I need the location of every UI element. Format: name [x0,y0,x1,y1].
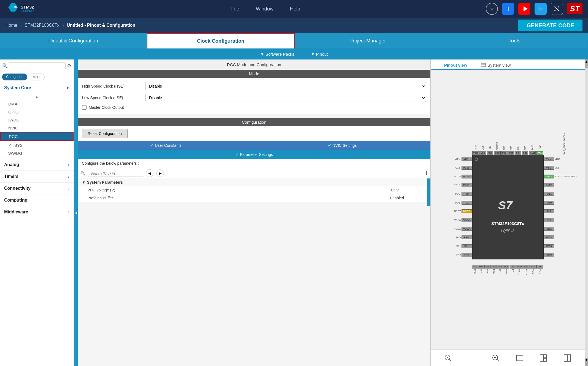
breadcrumb-project[interactable]: Untitled - Pinout & Configuration [67,23,135,28]
sidebar: 🔍 ⚙ Categories A->Z System Core ▼ ▲ DMA … [0,59,74,366]
logo-cube-text: CubeMX [21,9,35,13]
sidebar-item-gpio[interactable]: GPIO [0,108,74,116]
sidebar-item-dma[interactable]: DMA [0,100,74,108]
prefetch-value: Enabled [390,196,423,200]
sidebar-group-analog-header[interactable]: Analog › [0,159,74,170]
sub-tabs: ▼ Software Packs ▼ Pinout [0,48,588,59]
sidebar-item-iwdg[interactable]: IWDG [0,116,74,124]
lse-select[interactable]: Disable [145,94,426,102]
breadcrumb-home[interactable]: Home [6,23,17,28]
param-prev-button[interactable]: ◀ [146,169,153,177]
nvic-settings-tab[interactable]: ✔ NVIC Settings [254,141,430,150]
facebook-icon[interactable]: f [502,3,514,15]
svg-text:S7: S7 [498,199,513,212]
sidebar-tab-az[interactable]: A->Z [29,74,45,80]
params-scrollbar[interactable] [427,178,430,202]
sidebar-search-bar: 🔍 ⚙ [0,59,74,72]
svg-line-11 [557,9,559,11]
svg-line-9 [557,7,559,9]
tab-tools[interactable]: Tools [441,33,588,48]
nav-icons: 10 f 🐦 ST [486,3,582,15]
window-menu[interactable]: Window [256,6,273,12]
help-menu[interactable]: Help [290,6,300,12]
hse-label: High Speed Clock (HSE) [82,84,143,88]
breadcrumb-device[interactable]: STM32F103C8Tx [25,23,59,28]
sidebar-group-connectivity-header[interactable]: Connectivity › [0,183,74,194]
system-view-tab[interactable]: System view [477,61,515,70]
twitter-icon[interactable]: 🐦 [535,3,547,15]
youtube-icon[interactable] [518,3,530,15]
right-scrollbar[interactable]: ▲ ▼ [585,59,588,366]
reset-config-button[interactable]: Reset Configuration [82,129,128,138]
pin-pb1-b: PB1 PB1 [510,265,516,274]
pin-nrst: NRST NRST [454,209,472,213]
sidebar-group-timers-header[interactable]: Timers › [0,171,74,182]
vdd-row: VDD voltage (V) 3.3 V [78,186,427,194]
app-logo: STM STM32 CubeMX [6,2,35,16]
chevron-right-icon: › [68,162,69,167]
param-next-button[interactable]: ▶ [156,169,164,177]
zoom-out-icon [492,354,500,362]
generate-code-button[interactable]: GENERATE CODE [518,20,582,31]
pin-pb12: PB12 [544,253,555,257]
sidebar-group-computing-header[interactable]: Computing › [0,194,74,206]
sidebar-item-nvic[interactable]: NVIC [0,124,74,132]
master-clock-checkbox[interactable] [82,105,87,110]
breadcrumb-arrow-2: › [62,22,64,29]
svg-line-10 [555,9,557,11]
sidebar-group-system-core-header[interactable]: System Core ▼ [0,82,74,94]
subtab-software-packs[interactable]: ▼ Software Packs [260,52,294,56]
chevron-right-icon-5: › [68,210,69,214]
chip-logo-area: S7 [497,198,519,213]
sidebar-tab-categories[interactable]: Categories [2,74,27,80]
parameter-settings-tab[interactable]: ✔ Parameter Settings [78,150,430,159]
main-tabs: Pinout & Configuration Clock Configurati… [0,33,588,48]
sidebar-group-computing: Computing › [0,194,74,206]
zoom-fit-button[interactable] [466,353,478,364]
layout-button[interactable] [538,353,549,364]
pin-pa9: PA9 [544,209,555,213]
pin-vdd-r1: VDD VDD [544,157,560,161]
pin-pc13: PC13- PC13- [454,166,472,170]
layout-icon [540,354,547,362]
tab-clock[interactable]: Clock Configuration [147,33,295,48]
pin-pa0: PA0- PA0- [455,235,472,239]
file-menu[interactable]: File [231,6,239,12]
svg-rect-16 [481,63,485,67]
sidebar-group-middleware: Middleware › [0,206,74,218]
master-clock-row: Master Clock Output [82,105,426,110]
export-button[interactable] [514,353,525,364]
sidebar-item-wwdg[interactable]: WWDG [0,149,74,157]
param-info-button[interactable]: ℹ [426,170,428,176]
zoom-in-icon [444,354,452,362]
search-icon: 🔍 [2,63,8,68]
pin-pb14: PB14 [544,235,555,239]
tab-project[interactable]: Project Manager [295,33,441,48]
zoom-out-button[interactable] [490,353,501,364]
subtab-pinout[interactable]: ▼ Pinout [311,52,328,56]
tab-pinout[interactable]: Pinout & Configuration [0,33,147,48]
pin-vdd-b: VDD VDD [536,265,543,274]
bottom-toolbar [431,349,585,366]
pin-pa15-t: PA15 PA15 [529,145,536,154]
sidebar-item-rcc[interactable]: RCC [0,132,74,141]
settings-icon[interactable]: ⚙ [67,63,71,69]
zoom-in-button[interactable] [443,353,454,364]
chip-package: LQFP48 [473,229,543,233]
breadcrumb-arrow-1: › [20,22,22,29]
panel-divider[interactable]: ◀ [74,59,78,366]
search-input[interactable] [9,62,66,69]
pin-pb15: PB15 [544,227,555,231]
pin-pb8-t: PB8 PB8 [487,146,493,154]
param-search-input[interactable] [88,170,143,177]
user-constants-tab[interactable]: ✔ User Constants [78,141,254,150]
sidebar-item-sys[interactable]: SYS [0,141,74,149]
sidebar-system-core-items: DMA GPIO IWDG NVIC RCC SYS WWDG [0,100,74,159]
pin-vss-r: VSS VSS [544,166,560,170]
hse-select[interactable]: Disable [145,82,426,90]
pin-pb10-b: PB10 PB10 [516,265,523,275]
pin-pb4-t: PB4 PB4 [515,146,521,154]
pinout-view-tab[interactable]: Pinout view [433,61,471,70]
sidebar-group-middleware-header[interactable]: Middleware › [0,206,74,218]
split-button[interactable] [562,353,573,364]
